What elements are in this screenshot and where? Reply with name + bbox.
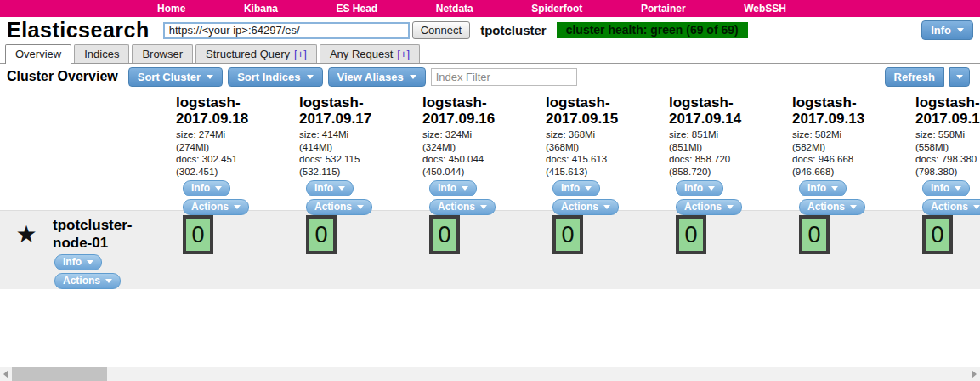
scrollbar-thumb[interactable] (12, 367, 107, 381)
chevron-down-icon (105, 279, 112, 283)
tab-label: Any Request (330, 48, 393, 60)
shard-cell: 0 (541, 211, 664, 289)
index-info-button[interactable]: Info (429, 180, 477, 196)
shard-0-box[interactable]: 0 (429, 215, 460, 254)
tab-browser[interactable]: Browser (132, 44, 193, 63)
view-aliases-button[interactable]: View Aliases (328, 67, 426, 87)
shard-number: 0 (561, 222, 574, 248)
shard-number: 0 (684, 222, 697, 248)
index-size: size: 324Mi (422, 129, 472, 139)
shard-0-box[interactable]: 0 (799, 215, 830, 254)
index-info-button[interactable]: Info (183, 180, 230, 196)
shard-0-box[interactable]: 0 (676, 215, 706, 254)
chevron-down-icon (207, 75, 213, 79)
nav-link-home[interactable]: Home (157, 3, 185, 14)
index-name: logstash- 2017.09.16 (422, 94, 541, 127)
index-info-button[interactable]: Info (306, 180, 354, 196)
node-info-button[interactable]: Info (54, 254, 102, 270)
nav-link-portainer[interactable]: Portainer (641, 3, 686, 14)
tab-label: Indices (84, 48, 119, 60)
index-name: logstash- 2017.09.14 (669, 94, 787, 127)
node-actions-button[interactable]: Actions (54, 273, 121, 289)
chevron-down-icon (215, 186, 222, 190)
tab-indices[interactable]: Indices (74, 44, 129, 63)
sort-cluster-button[interactable]: Sort Cluster (128, 67, 223, 87)
index-name-line2: 2017.09.15 (546, 111, 618, 127)
chevron-down-icon (87, 260, 93, 264)
nav-link-spiderfoot[interactable]: Spiderfoot (531, 3, 582, 14)
index-name-line2: 2017.09.17 (299, 111, 371, 127)
shard-0-box[interactable]: 0 (922, 215, 953, 254)
index-filter-input[interactable] (431, 68, 577, 86)
scroll-left-arrow-icon[interactable] (3, 370, 8, 378)
chevron-down-icon (462, 186, 468, 190)
index-docs: docs: 415.613 (546, 154, 607, 164)
refresh-dropdown-button[interactable] (949, 67, 970, 87)
shard-cell: 0 (294, 211, 417, 289)
index-stats: size: 274Mi (274Mi) docs: 302.451 (302.4… (176, 128, 294, 178)
index-size: size: 851Mi (669, 129, 718, 139)
index-size-primary: (582Mi) (792, 142, 825, 152)
index-info-label: Info (561, 182, 580, 194)
node-info: tpotcluster- node-01 Info Actions (53, 214, 133, 289)
node-name-line2: node-01 (53, 235, 108, 251)
index-info-button[interactable]: Info (922, 180, 970, 196)
scroll-right-arrow-icon[interactable] (972, 370, 977, 378)
shard-cell: 0 (171, 211, 294, 289)
index-size: size: 558Mi (915, 129, 965, 139)
tab-overview[interactable]: Overview (5, 44, 71, 64)
index-column: logstash- 2017.09.14 size: 851Mi (851Mi)… (664, 89, 787, 210)
refresh-split-button: Refresh (885, 67, 975, 87)
index-info-button[interactable]: Info (552, 180, 600, 196)
tab-structured-query[interactable]: Structured Query[+] (195, 44, 317, 63)
index-docs: docs: 450.044 (422, 154, 484, 164)
index-size-primary: (274Mi) (176, 142, 209, 152)
shard-number: 0 (438, 222, 450, 248)
nav-link-netdata[interactable]: Netdata (436, 3, 473, 14)
index-name-line1: logstash- (546, 94, 610, 111)
index-info-button[interactable]: Info (799, 180, 847, 196)
node-cell: ★ tpotcluster- node-01 Info Actions (0, 211, 171, 289)
tab-label: Overview (15, 48, 61, 60)
shard-number: 0 (314, 222, 327, 248)
index-size-primary: (368Mi) (546, 142, 579, 152)
index-info-label: Info (931, 182, 949, 194)
cluster-overview-toolbar: Cluster Overview Sort Cluster Sort Indic… (0, 64, 980, 89)
index-docs: docs: 798.380 (915, 154, 977, 164)
top-nav-links: Home Kibana ES Head Netdata Spiderfoot P… (157, 3, 786, 14)
server-url-input[interactable] (163, 22, 410, 39)
index-size: size: 582Mi (792, 129, 841, 139)
refresh-button[interactable]: Refresh (885, 67, 944, 87)
shard-0-box[interactable]: 0 (183, 215, 213, 254)
shard-0-box[interactable]: 0 (552, 215, 583, 254)
index-name: logstash- 2017.09.12 (915, 94, 980, 127)
index-docs-primary: (946.668) (792, 167, 834, 177)
index-info-label: Info (314, 182, 333, 194)
cluster-health-badge: cluster health: green (69 of 69) (557, 22, 748, 38)
index-name: logstash- 2017.09.13 (792, 94, 910, 127)
app-header: Elasticsearch Connect tpotcluster cluste… (0, 17, 980, 43)
index-column: logstash- 2017.09.13 size: 582Mi (582Mi)… (787, 89, 910, 210)
index-docs: docs: 858.720 (669, 154, 730, 164)
nav-link-es-head[interactable]: ES Head (336, 3, 377, 14)
sort-indices-button[interactable]: Sort Indices (228, 67, 322, 87)
index-stats: size: 414Mi (414Mi) docs: 532.115 (532.1… (299, 128, 417, 178)
connect-button[interactable]: Connect (412, 21, 470, 39)
shard-cell: 0 (910, 211, 980, 289)
chevron-down-icon (410, 75, 416, 79)
index-info-button[interactable]: Info (676, 180, 723, 196)
index-stats: size: 368Mi (368Mi) docs: 415.613 (415.6… (546, 128, 664, 178)
index-docs-primary: (450.044) (422, 167, 464, 177)
tab-any-request[interactable]: Any Request[+] (320, 44, 420, 63)
chevron-down-icon (357, 205, 364, 209)
horizontal-scrollbar[interactable] (0, 367, 980, 381)
index-column: logstash- 2017.09.15 size: 368Mi (368Mi)… (541, 89, 664, 210)
index-name-line2: 2017.09.14 (669, 111, 741, 127)
shard-0-box[interactable]: 0 (306, 215, 337, 254)
nav-link-webssh[interactable]: WebSSH (744, 3, 786, 14)
index-size: size: 274Mi (176, 129, 225, 139)
nav-link-kibana[interactable]: Kibana (244, 3, 278, 14)
index-stats: size: 582Mi (582Mi) docs: 946.668 (946.6… (792, 128, 910, 178)
header-info-button[interactable]: Info (921, 20, 973, 40)
index-name-line1: logstash- (299, 94, 364, 111)
